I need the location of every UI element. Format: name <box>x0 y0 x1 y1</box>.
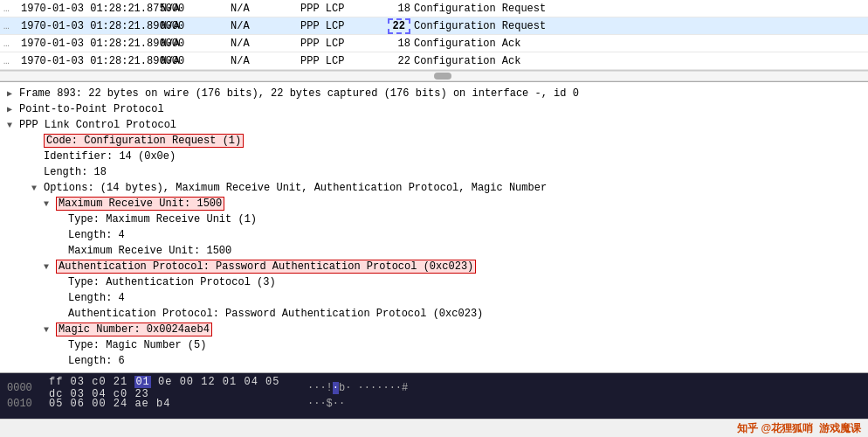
lcp-id-row[interactable]: Identifier: 14 (0x0e) <box>7 149 861 164</box>
row-dst: N/A <box>231 55 300 67</box>
hex-ascii-1: ···$·· <box>307 398 345 410</box>
packet-row[interactable]: … 1970-01-03 01:28:21.875000 N/A N/A PPP… <box>0 0 868 17</box>
mru-toggle[interactable]: ▼ <box>44 199 56 209</box>
hex-ascii-0: ···!·b· ·······# <box>307 382 408 394</box>
auth-label: Authentication Protocol: Password Authen… <box>56 260 476 274</box>
row-dst: N/A <box>231 3 300 15</box>
row-len: 18 <box>362 38 414 50</box>
mru-val-label: Maximum Receive Unit: 1500 <box>68 245 231 257</box>
frame-toggle[interactable]: ▶ <box>7 88 19 99</box>
mru-label: Maximum Receive Unit: 1500 <box>56 197 224 211</box>
auth-type-row[interactable]: Type: Authentication Protocol (3) <box>7 274 861 290</box>
mru-row[interactable]: ▼ Maximum Receive Unit: 1500 <box>7 196 861 212</box>
lcp-options-row[interactable]: ▼ Options: (14 bytes), Maximum Receive U… <box>7 180 861 196</box>
lcp-toggle[interactable]: ▼ <box>7 121 19 130</box>
row-info: Configuration Ack <box>414 55 865 67</box>
packet-list: … 1970-01-03 01:28:21.875000 N/A N/A PPP… <box>0 0 868 71</box>
row-ellipsis: … <box>3 56 21 66</box>
row-ellipsis: … <box>3 21 21 31</box>
row-proto: PPP LCP <box>300 20 362 32</box>
magic-len-row[interactable]: Length: 6 <box>7 353 861 369</box>
ppp-label: Point-to-Point Protocol <box>19 103 164 115</box>
hex-row-0: 0000 ff 03 c0 21 01 0e 00 12 01 04 05 dc… <box>7 380 861 396</box>
lcp-length-label: Length: 18 <box>44 166 107 178</box>
length-toggle <box>31 168 44 177</box>
row-proto: PPP LCP <box>300 55 362 67</box>
row-src: N/A <box>161 20 231 32</box>
lcp-code-label: Code: Configuration Request (1) <box>44 134 244 148</box>
scrollbar-thumb[interactable] <box>434 73 451 80</box>
mru-len-row[interactable]: Length: 4 <box>7 227 861 243</box>
auth-len-label: Length: 4 <box>68 292 125 304</box>
hex-offset-1: 0010 <box>7 398 42 410</box>
frame-row[interactable]: ▶ Frame 893: 22 bytes on wire (176 bits)… <box>7 86 861 101</box>
auth-val-label: Authentication Protocol: Password Authen… <box>68 308 483 320</box>
magic-len-toggle <box>56 357 68 366</box>
auth-toggle[interactable]: ▼ <box>44 262 56 272</box>
magic-toggle[interactable]: ▼ <box>44 325 56 335</box>
auth-len-toggle <box>56 294 68 303</box>
magic-type-row[interactable]: Type: Magic Number (5) <box>7 337 861 353</box>
hex-bytes-before-0: ff 03 c0 21 <box>49 376 134 388</box>
auth-row[interactable]: ▼ Authentication Protocol: Password Auth… <box>7 259 861 274</box>
row-time: 1970-01-03 01:28:21.890000 <box>21 20 161 32</box>
row-ellipsis: … <box>3 38 21 49</box>
lcp-length-row[interactable]: Length: 18 <box>7 164 861 180</box>
row-info: Configuration Request <box>414 3 865 15</box>
row-len: 18 <box>362 3 414 15</box>
hex-pane: 0000 ff 03 c0 21 01 0e 00 12 01 04 05 dc… <box>0 373 868 419</box>
hex-ascii-hl-0: · <box>333 382 339 394</box>
hex-bytes-1: 05 06 00 24 ae b4 <box>49 398 293 410</box>
ppp-row[interactable]: ▶ Point-to-Point Protocol <box>7 101 861 117</box>
row-dst: N/A <box>231 20 300 32</box>
mru-val-toggle <box>56 246 68 256</box>
lcp-header-row[interactable]: ▼ PPP Link Control Protocol <box>7 117 861 133</box>
mru-type-toggle <box>56 215 68 225</box>
row-time: 1970-01-03 01:28:21.875000 <box>21 3 161 15</box>
magic-type-label: Type: Magic Number (5) <box>68 339 206 351</box>
row-time: 1970-01-03 01:28:21.890000 <box>21 55 161 67</box>
watermark-text: 知乎 @花狸狐哨 游戏魔课 <box>737 421 861 436</box>
mru-len-label: Length: 4 <box>68 229 125 241</box>
auth-type-label: Type: Authentication Protocol (3) <box>68 276 276 288</box>
horizontal-scrollbar[interactable] <box>0 71 868 81</box>
mru-type-label: Type: Maximum Receive Unit (1) <box>68 213 257 225</box>
mru-type-row[interactable]: Type: Maximum Receive Unit (1) <box>7 212 861 227</box>
row-time: 1970-01-03 01:28:21.890000 <box>21 38 161 50</box>
row-info: Configuration Request <box>414 20 865 32</box>
code-toggle <box>31 136 44 146</box>
magic-type-toggle <box>56 341 68 350</box>
row-len: 22 <box>362 55 414 67</box>
row-src: N/A <box>161 55 231 67</box>
auth-type-toggle <box>56 278 68 288</box>
row-len-boxed: 22 <box>362 18 414 34</box>
packet-row[interactable]: … 1970-01-03 01:28:21.890000 N/A N/A PPP… <box>0 52 868 70</box>
ppp-toggle[interactable]: ▶ <box>7 104 19 114</box>
detail-pane: ▶ Frame 893: 22 bytes on wire (176 bits)… <box>0 81 868 373</box>
mru-len-toggle <box>56 231 68 240</box>
bottom-bar: 知乎 @花狸狐哨 游戏魔课 <box>0 419 868 437</box>
lcp-label: PPP Link Control Protocol <box>19 119 176 131</box>
row-info: Configuration Ack <box>414 38 865 50</box>
lcp-code-row[interactable]: Code: Configuration Request (1) <box>7 133 861 149</box>
auth-len-row[interactable]: Length: 4 <box>7 290 861 306</box>
magic-len-label: Length: 6 <box>68 355 125 367</box>
row-proto: PPP LCP <box>300 38 362 50</box>
row-src: N/A <box>161 3 231 15</box>
options-toggle[interactable]: ▼ <box>31 184 44 193</box>
packet-row[interactable]: … 1970-01-03 01:28:21.890000 N/A N/A PPP… <box>0 35 868 52</box>
magic-row[interactable]: ▼ Magic Number: 0x0024aeb4 <box>7 322 861 337</box>
magic-label: Magic Number: 0x0024aeb4 <box>56 323 212 336</box>
lcp-options-label: Options: (14 bytes), Maximum Receive Uni… <box>44 182 547 194</box>
auth-val-row[interactable]: Authentication Protocol: Password Authen… <box>7 306 861 322</box>
row-ellipsis: … <box>3 3 21 14</box>
hex-offset-0: 0000 <box>7 382 42 394</box>
row-dst: N/A <box>231 38 300 50</box>
hex-bytes-highlight-0: 01 <box>134 376 150 388</box>
packet-row-selected[interactable]: … 1970-01-03 01:28:21.890000 N/A N/A PPP… <box>0 17 868 35</box>
id-toggle <box>31 152 44 162</box>
mru-val-row[interactable]: Maximum Receive Unit: 1500 <box>7 243 861 259</box>
auth-val-toggle <box>56 309 68 319</box>
frame-label: Frame 893: 22 bytes on wire (176 bits), … <box>19 87 579 100</box>
lcp-id-label: Identifier: 14 (0x0e) <box>44 150 176 163</box>
